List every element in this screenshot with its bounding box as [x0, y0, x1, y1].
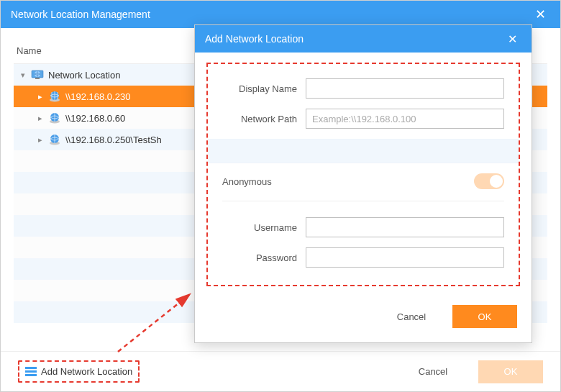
toggle-knob	[490, 175, 503, 188]
network-path-input[interactable]	[306, 109, 504, 129]
svg-rect-11	[25, 374, 37, 376]
username-input[interactable]	[306, 217, 504, 237]
username-row: Username	[222, 217, 504, 237]
footer-buttons: Cancel OK	[401, 360, 543, 383]
list-icon	[25, 367, 37, 377]
main-cancel-button[interactable]: Cancel	[401, 360, 465, 383]
svg-rect-9	[25, 367, 37, 369]
globe-drive-icon	[48, 90, 61, 103]
tree-root-label: Network Location	[48, 70, 120, 81]
close-icon[interactable]: ✕	[503, 32, 521, 46]
dialog-body: Display Name Network Path Anonymous User…	[195, 53, 532, 293]
dialog-title: Add Network Location	[205, 33, 304, 45]
network-path-label: Network Path	[222, 114, 306, 124]
dialog-titlebar: Add Network Location ✕	[195, 25, 532, 53]
close-icon[interactable]: ✕	[531, 6, 550, 22]
globe-drive-icon	[48, 111, 61, 124]
anonymous-toggle[interactable]	[474, 173, 504, 189]
add-network-location-link[interactable]: Add Network Location	[18, 360, 140, 383]
password-input[interactable]	[306, 247, 504, 268]
network-path-row: Network Path	[222, 109, 504, 129]
add-link-label: Add Network Location	[41, 366, 132, 377]
chevron-right-icon[interactable]: ▸	[35, 135, 45, 145]
dialog-footer: Cancel OK	[195, 293, 532, 342]
anonymous-row: Anonymous	[222, 173, 504, 201]
anonymous-label: Anonymous	[222, 176, 272, 187]
svg-rect-2	[35, 78, 40, 79]
tree-item-label: \\192.168.0.230	[65, 91, 130, 102]
dialog-form-area: Display Name Network Path Anonymous User…	[206, 63, 520, 286]
username-label: Username	[222, 222, 306, 233]
password-label: Password	[222, 252, 306, 263]
main-footer: Add Network Location Cancel OK	[1, 351, 560, 391]
chevron-right-icon[interactable]: ▸	[35, 92, 45, 101]
section-divider	[208, 139, 519, 163]
chevron-right-icon[interactable]: ▸	[35, 114, 45, 123]
tree-item-label: \\192.168.0.60	[65, 113, 125, 124]
display-name-row: Display Name	[222, 78, 504, 99]
password-row: Password	[222, 247, 504, 268]
dialog-ok-button[interactable]: OK	[452, 305, 517, 328]
main-title: Network Location Management	[11, 9, 150, 20]
tree-item-label: \\192.168.0.250\TestSh	[65, 135, 162, 145]
chevron-down-icon[interactable]: ▾	[18, 70, 28, 80]
add-location-dialog: Add Network Location ✕ Display Name Netw…	[194, 24, 532, 343]
main-ok-button[interactable]: OK	[478, 360, 543, 383]
network-icon	[31, 68, 44, 81]
display-name-input[interactable]	[306, 78, 504, 99]
display-name-label: Display Name	[222, 83, 306, 94]
svg-rect-10	[25, 370, 37, 373]
dialog-cancel-button[interactable]: Cancel	[379, 305, 444, 328]
globe-drive-icon	[48, 133, 61, 146]
